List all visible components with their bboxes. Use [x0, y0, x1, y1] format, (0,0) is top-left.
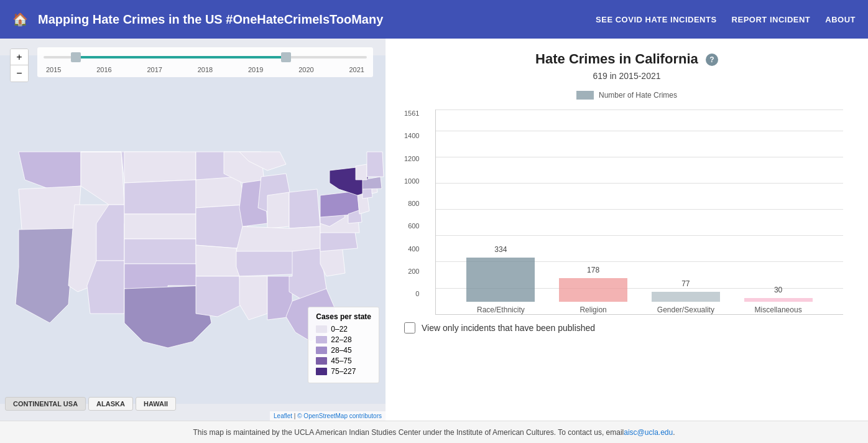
slider-right-handle[interactable]: [281, 52, 291, 62]
bar-column[interactable]: 77: [652, 292, 720, 302]
svg-marker-12: [124, 152, 196, 183]
legend-bar-color: [576, 91, 594, 100]
legend-item: 22–28: [316, 335, 371, 344]
svg-marker-14: [124, 214, 196, 239]
y-label-1561: 1561: [404, 110, 419, 117]
leaflet-link[interactable]: Leaflet: [274, 413, 292, 419]
footer-text: This map is maintained by the UCLA Ameri…: [193, 428, 624, 437]
covid-link[interactable]: SEE COVID HATE INCIDENTS: [596, 15, 717, 24]
hawaii-button[interactable]: HAWAII: [136, 397, 176, 411]
bar-label: Gender/Sexuality: [657, 305, 714, 314]
legend-item: 0–22: [316, 325, 371, 333]
legend-item: 45–75: [316, 357, 371, 365]
zoom-controls: + −: [10, 49, 29, 82]
home-icon[interactable]: 🏠: [12, 12, 28, 27]
bar-value: 77: [652, 279, 720, 288]
y-axis: 1561 1400 1200 1000 800 600 400 200 0: [404, 110, 423, 297]
bar-label: Race/Ethnicity: [477, 305, 525, 314]
zoom-in-button[interactable]: +: [11, 49, 28, 65]
legend-item-label: 75–227: [331, 367, 356, 376]
y-label-1000: 1000: [404, 177, 419, 185]
footer-email[interactable]: aisc@ucla.edu: [624, 428, 673, 437]
bar-value: 30: [744, 286, 813, 294]
continental-usa-button[interactable]: CONTINENTAL USA: [5, 397, 86, 411]
y-label-600: 600: [408, 222, 419, 230]
about-link[interactable]: ABOUT: [825, 15, 856, 24]
app-title: Mapping Hate Crimes in the US #OneHateCr…: [38, 12, 596, 27]
legend-color-box: [316, 368, 327, 375]
main-content: + − 2015 2016 2017 2018 2019 2020 2021: [0, 39, 868, 421]
legend-color-box: [316, 336, 327, 343]
filter-label: View only incidents that have been publi…: [422, 323, 595, 333]
legend-item-label: 0–22: [331, 325, 348, 333]
chart-title: Hate Crimes in California ?: [404, 51, 849, 67]
svg-marker-47: [367, 152, 384, 177]
chart-subtitle: 619 in 2015-2021: [404, 71, 849, 81]
svg-marker-21: [196, 245, 239, 276]
legend-item: 28–45: [316, 346, 371, 355]
legend-color-box: [316, 357, 327, 365]
alaska-button[interactable]: ALASKA: [88, 397, 133, 411]
y-label-400: 400: [408, 245, 419, 253]
published-filter-checkbox[interactable]: [404, 322, 415, 333]
footer: This map is maintained by the UCLA Ameri…: [0, 421, 868, 443]
bar-rect[interactable]: [559, 278, 627, 302]
bar-column[interactable]: 334: [466, 258, 535, 302]
chart-container: Hate Crimes in California ? 619 in 2015-…: [386, 39, 868, 421]
svg-marker-19: [196, 177, 246, 208]
bar-wrapper: 334 Race/Ethnicity: [455, 110, 547, 314]
legend-bar-label: Number of Hate Crimes: [599, 91, 677, 100]
header: 🏠 Mapping Hate Crimes in the US #OneHate…: [0, 0, 868, 39]
bar-rect[interactable]: [744, 298, 813, 302]
year-2018: 2018: [198, 66, 213, 73]
bar-value: 178: [559, 266, 627, 274]
y-label-0: 0: [415, 290, 419, 297]
legend-item-label: 45–75: [331, 357, 351, 365]
map-attribution: Leaflet | © OpenStreetMap contributors: [270, 411, 386, 421]
legend-items: 0–22 22–28 28–45 45–75 75–227: [316, 325, 371, 376]
slider-labels: 2015 2016 2017 2018 2019 2020 2021: [44, 66, 367, 73]
header-nav: SEE COVID HATE INCIDENTS REPORT INCIDENT…: [596, 15, 856, 24]
year-2015: 2015: [46, 66, 61, 73]
svg-marker-15: [124, 239, 196, 264]
chart-legend: Number of Hate Crimes: [404, 91, 849, 100]
bar-rect[interactable]: [466, 258, 535, 302]
osm-link[interactable]: © OpenStreetMap contributors: [297, 413, 382, 419]
report-link[interactable]: REPORT INCIDENT: [732, 15, 811, 24]
bar-value: 334: [466, 245, 535, 254]
year-2020: 2020: [298, 66, 313, 73]
bar-column[interactable]: 178: [559, 278, 627, 302]
y-label-1400: 1400: [404, 132, 419, 139]
legend-item: 75–227: [316, 367, 371, 376]
svg-marker-46: [356, 164, 367, 180]
bar-label: Religion: [579, 305, 606, 314]
year-2016: 2016: [96, 66, 111, 73]
y-label-800: 800: [408, 200, 419, 207]
filter-row: View only incidents that have been publi…: [404, 322, 849, 333]
slider-left-handle[interactable]: [71, 52, 81, 62]
bar-label: Miscellaneous: [755, 305, 802, 314]
svg-marker-27: [267, 192, 289, 228]
y-label-1200: 1200: [404, 155, 419, 162]
year-2019: 2019: [248, 66, 263, 73]
time-slider: 2015 2016 2017 2018 2019 2020 2021: [37, 47, 373, 77]
map-nav-buttons: CONTINENTAL USA ALASKA HAWAII: [5, 397, 176, 411]
svg-marker-28: [289, 189, 320, 228]
help-icon[interactable]: ?: [706, 54, 718, 66]
bar-column[interactable]: 30: [744, 298, 813, 302]
legend-color-box: [316, 325, 327, 333]
bars-area: 334 Race/Ethnicity 178 Religion 77 Gende…: [436, 110, 843, 314]
year-2017: 2017: [147, 66, 162, 73]
bar-rect[interactable]: [652, 292, 720, 302]
bar-chart-wrapper: 1561 1400 1200 1000 800 600 400 200 0: [435, 110, 843, 315]
bar-wrapper: 77 Gender/Sexuality: [640, 110, 732, 314]
zoom-out-button[interactable]: −: [11, 65, 28, 82]
map-legend: Cases per state 0–22 22–28 28–45 45–75 7…: [308, 307, 379, 383]
legend-title: Cases per state: [316, 312, 371, 321]
svg-marker-2: [19, 186, 81, 230]
chart-title-text: Hate Crimes in California: [535, 51, 698, 67]
footer-period: .: [673, 428, 675, 437]
slider-track[interactable]: [44, 51, 367, 63]
legend-color-box: [316, 347, 327, 354]
bar-wrapper: 30 Miscellaneous: [732, 110, 824, 314]
